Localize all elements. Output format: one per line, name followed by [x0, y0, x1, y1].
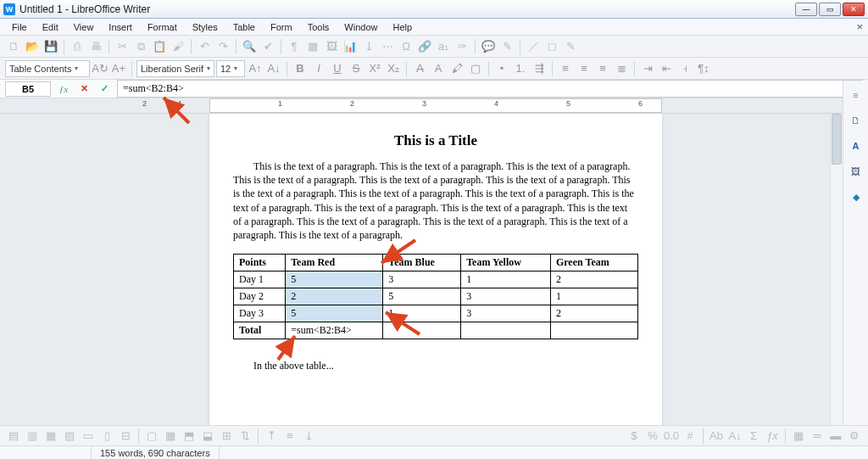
menu-help[interactable]: Help: [386, 20, 419, 34]
hyperlink-icon[interactable]: 🔗: [416, 38, 433, 55]
update-style-icon[interactable]: A↻: [92, 60, 108, 77]
decimal-icon[interactable]: 0.0: [663, 428, 680, 445]
underline-icon[interactable]: U: [329, 60, 346, 77]
export-pdf-icon[interactable]: ⎙: [69, 38, 86, 55]
optimize-icon[interactable]: ⇅: [236, 428, 253, 445]
formula-accept-icon[interactable]: ✓: [97, 83, 112, 94]
footnote-icon[interactable]: a₁: [435, 38, 452, 55]
delete-row-icon[interactable]: ▭: [80, 428, 97, 445]
field-icon[interactable]: ⋯: [379, 38, 396, 55]
header-points[interactable]: Points: [234, 255, 286, 271]
cell-e5[interactable]: [550, 322, 637, 339]
indent-dec-icon[interactable]: ⇤: [658, 60, 675, 77]
font-size-dropdown[interactable]: 12▾: [216, 60, 245, 77]
insert-chart-icon[interactable]: 📊: [342, 38, 359, 55]
number-format-icon[interactable]: #: [682, 428, 698, 445]
justify-icon[interactable]: ≣: [613, 60, 630, 77]
select-cell-icon[interactable]: ▢: [143, 428, 160, 445]
header-team-blue[interactable]: Team Blue: [383, 255, 461, 271]
menu-format[interactable]: Format: [141, 20, 184, 34]
cell-c5[interactable]: [383, 322, 461, 339]
properties-panel-icon[interactable]: ≡: [847, 86, 865, 104]
nonprinting-icon[interactable]: ¶: [286, 38, 303, 55]
cell-day2[interactable]: Day 2: [234, 288, 286, 305]
redo-icon[interactable]: ↷: [214, 38, 231, 55]
sort-icon[interactable]: A↓: [726, 428, 743, 445]
close-button[interactable]: ✕: [843, 3, 865, 16]
insert-table-icon[interactable]: ▦: [304, 38, 321, 55]
cell-b2[interactable]: 5: [286, 271, 383, 288]
insert-row-above-icon[interactable]: ▤: [5, 428, 22, 445]
draw-icon[interactable]: ✎: [562, 38, 579, 55]
align-mid-icon[interactable]: ≡: [281, 428, 298, 445]
cell-b5-formula[interactable]: =sum<B2:B4>: [286, 322, 383, 339]
new-style-icon[interactable]: A+: [110, 60, 127, 77]
gallery-panel-icon[interactable]: 🖼: [847, 162, 865, 181]
status-word-count[interactable]: 155 words, 690 characters: [92, 446, 220, 459]
para-spacing-icon[interactable]: ¶↕: [695, 60, 712, 77]
header-green-team[interactable]: Green Team: [550, 255, 637, 271]
font-color-icon[interactable]: A: [430, 60, 447, 77]
insert-col-left-icon[interactable]: ▦: [42, 428, 59, 445]
menu-view[interactable]: View: [67, 20, 101, 34]
cell-total-label[interactable]: Total: [234, 322, 286, 339]
cell-d5[interactable]: [461, 322, 551, 339]
bold-icon[interactable]: B: [292, 60, 309, 77]
strike-icon[interactable]: S: [348, 60, 364, 77]
special-char-icon[interactable]: Ω: [398, 38, 415, 55]
minimize-button[interactable]: —: [795, 3, 817, 16]
header-team-yellow[interactable]: Team Yellow: [461, 255, 551, 271]
menu-form[interactable]: Form: [264, 20, 299, 34]
italic-icon[interactable]: I: [310, 60, 327, 77]
menu-table[interactable]: Table: [226, 20, 262, 34]
new-icon[interactable]: 🗋: [5, 38, 22, 55]
align-center-icon[interactable]: ≡: [576, 60, 593, 77]
maximize-button[interactable]: ▭: [819, 3, 841, 16]
cell-e4[interactable]: 2: [550, 305, 637, 322]
cell-b3[interactable]: 2: [286, 288, 383, 305]
borders-icon[interactable]: ▦: [790, 428, 807, 445]
cell-d2[interactable]: 1: [461, 271, 551, 288]
clone-format-icon[interactable]: 🖌: [170, 38, 186, 55]
bullets-icon[interactable]: •: [493, 60, 510, 77]
insert-col-right-icon[interactable]: ▧: [61, 428, 78, 445]
select-table-icon[interactable]: ▦: [162, 428, 179, 445]
merge-cells-icon[interactable]: ⬒: [181, 428, 198, 445]
outline-icon[interactable]: ⇶: [531, 60, 548, 77]
align-right-icon[interactable]: ≡: [594, 60, 611, 77]
indent-inc-icon[interactable]: ⇥: [639, 60, 656, 77]
cell-day1[interactable]: Day 1: [234, 271, 286, 288]
spellcheck-icon[interactable]: ✔: [259, 38, 276, 55]
shapes-icon[interactable]: ◻: [543, 38, 560, 55]
insert-row-below-icon[interactable]: ▥: [24, 428, 41, 445]
menu-tools[interactable]: Tools: [301, 20, 337, 34]
sum-icon[interactable]: Σ: [745, 428, 762, 445]
border-color-icon[interactable]: ▬: [827, 428, 844, 445]
grow-font-icon[interactable]: A↑: [247, 60, 264, 77]
split-table-icon[interactable]: ⊞: [218, 428, 235, 445]
delete-col-icon[interactable]: ▯: [98, 428, 115, 445]
subscript-icon[interactable]: X₂: [385, 60, 402, 77]
track-changes-icon[interactable]: ✎: [498, 38, 515, 55]
styles-panel-icon[interactable]: A: [847, 137, 865, 155]
shrink-font-icon[interactable]: A↓: [265, 60, 282, 77]
cut-icon[interactable]: ✂: [114, 38, 131, 55]
close-doc-icon[interactable]: ×: [856, 20, 863, 33]
insert-image-icon[interactable]: 🖼: [323, 38, 340, 55]
align-top-icon[interactable]: ⤒: [263, 428, 280, 445]
vertical-scrollbar[interactable]: [830, 114, 843, 425]
cell-reference[interactable]: B5: [5, 81, 51, 97]
menu-file[interactable]: File: [5, 20, 34, 34]
formula-cancel-icon[interactable]: ✕: [76, 83, 92, 94]
undo-icon[interactable]: ↶: [196, 38, 213, 55]
cell-c3[interactable]: 5: [383, 288, 461, 305]
header-team-red[interactable]: Team Red: [286, 255, 383, 271]
table-properties-icon[interactable]: ⚙: [846, 428, 863, 445]
menu-window[interactable]: Window: [337, 20, 384, 34]
cell-day3[interactable]: Day 3: [234, 305, 286, 322]
formula-input[interactable]: =sum<B2:B4>: [117, 80, 863, 98]
paste-icon[interactable]: 📋: [151, 38, 168, 55]
line-icon[interactable]: ／: [525, 38, 542, 55]
open-icon[interactable]: 📂: [24, 38, 41, 55]
cell-d3[interactable]: 3: [461, 288, 551, 305]
